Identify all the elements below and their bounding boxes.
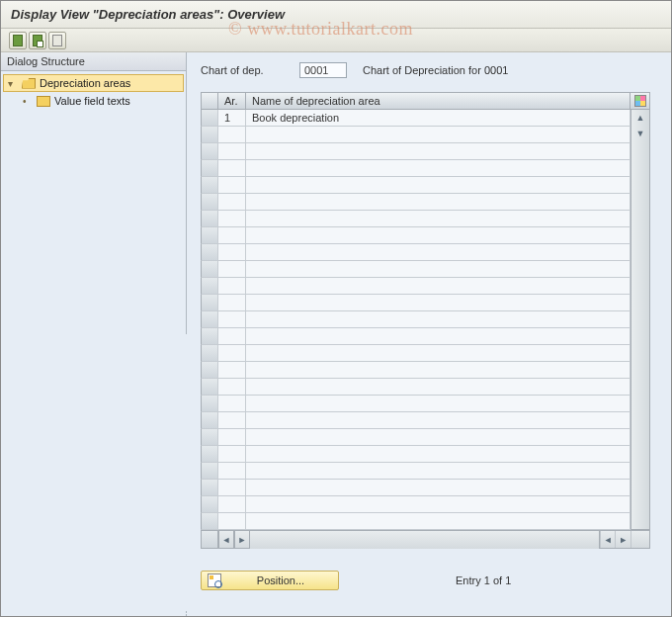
cell-name	[246, 261, 630, 278]
row-selector[interactable]	[201, 362, 218, 379]
row-selector[interactable]	[201, 396, 218, 412]
cell-name	[246, 480, 630, 496]
hsb-left-icon[interactable]: ◄	[218, 531, 234, 549]
row-selector[interactable]	[201, 328, 218, 345]
table-row[interactable]	[201, 194, 650, 211]
table-row[interactable]	[201, 412, 650, 429]
content-area: Chart of dep. Chart of Depreciation for …	[187, 52, 671, 616]
tree-item-depreciation-areas[interactable]: ▾ Depreciation areas	[3, 74, 184, 92]
h-scrollbar[interactable]: ◄ ►	[218, 531, 599, 549]
row-selector[interactable]	[201, 496, 218, 513]
cell-name	[246, 429, 630, 446]
cell-ar	[218, 328, 246, 345]
row-selector[interactable]	[201, 110, 218, 127]
table-row[interactable]	[201, 328, 650, 345]
row-selector[interactable]	[201, 295, 218, 311]
folder-closed-icon	[37, 96, 50, 107]
row-selector[interactable]	[201, 261, 218, 278]
toolbar-btn-copy[interactable]	[48, 32, 66, 49]
row-selector[interactable]	[201, 379, 218, 396]
row-selector[interactable]	[201, 480, 218, 496]
row-selector[interactable]	[201, 463, 218, 480]
table-row[interactable]	[201, 446, 650, 463]
table-row[interactable]	[201, 480, 650, 496]
row-selector[interactable]	[201, 345, 218, 362]
position-icon	[208, 573, 221, 587]
table-row[interactable]	[201, 379, 650, 396]
row-selector[interactable]	[201, 227, 218, 244]
col-selector[interactable]	[201, 92, 218, 110]
table-row[interactable]	[201, 244, 650, 261]
cell-name	[246, 463, 630, 480]
hsb-left2-icon[interactable]: ◄	[600, 531, 615, 548]
cell-name	[246, 362, 630, 379]
table-row[interactable]	[201, 211, 650, 227]
vsb-down-icon[interactable]: ▼	[631, 126, 649, 141]
cell-ar	[218, 143, 246, 160]
table-row[interactable]	[201, 177, 650, 194]
h-scrollbar-row: ◄ ► ◄ ►	[201, 531, 650, 549]
row-selector[interactable]	[201, 513, 218, 530]
row-selector[interactable]	[201, 143, 218, 160]
v-scrollbar[interactable]: ▲▼	[630, 110, 650, 530]
row-selector[interactable]	[201, 194, 218, 211]
hsb-right-icon[interactable]: ►	[234, 531, 250, 549]
table-row[interactable]	[201, 463, 650, 480]
table-row[interactable]	[201, 160, 650, 177]
position-button[interactable]: Position...	[201, 571, 339, 590]
table-row[interactable]	[201, 311, 650, 328]
row-selector[interactable]	[201, 446, 218, 463]
dialog-structure-panel: Dialog Structure ▾ Depreciation areas • …	[1, 52, 187, 616]
row-selector[interactable]	[201, 244, 218, 261]
cell-name: Book depreciation	[246, 110, 630, 127]
table-row[interactable]	[201, 396, 650, 412]
table-row[interactable]	[201, 345, 650, 362]
table-select-icon	[33, 35, 42, 46]
toolbar	[1, 29, 671, 52]
cell-ar	[218, 211, 246, 227]
col-name[interactable]: Name of depreciation area	[246, 92, 630, 110]
table-row[interactable]	[201, 278, 650, 295]
window-title: Display View "Depreciation areas": Overv…	[1, 1, 671, 29]
row-selector[interactable]	[201, 177, 218, 194]
table-row[interactable]	[201, 513, 650, 530]
cell-ar	[218, 362, 246, 379]
chart-of-dep-input[interactable]	[299, 62, 347, 78]
row-selector[interactable]	[201, 127, 218, 143]
table-row[interactable]	[201, 496, 650, 513]
row-selector[interactable]	[201, 211, 218, 227]
table-row[interactable]	[201, 362, 650, 379]
toolbar-btn-expand[interactable]	[9, 32, 27, 49]
cell-ar	[218, 194, 246, 211]
cell-ar	[218, 496, 246, 513]
row-selector[interactable]	[201, 429, 218, 446]
table-row[interactable]	[201, 295, 650, 311]
cell-name	[246, 328, 630, 345]
cell-name	[246, 143, 630, 160]
row-selector[interactable]	[201, 311, 218, 328]
cell-ar	[218, 446, 246, 463]
table-row[interactable]	[201, 429, 650, 446]
vsb-up-icon[interactable]: ▲	[631, 110, 649, 126]
table-row[interactable]	[201, 261, 650, 278]
cell-ar	[218, 480, 246, 496]
cell-ar	[218, 513, 246, 530]
table-row[interactable]	[201, 127, 650, 143]
cell-name	[246, 127, 630, 143]
table-row[interactable]	[201, 227, 650, 244]
row-selector[interactable]	[201, 412, 218, 429]
row-selector[interactable]	[201, 160, 218, 177]
row-selector[interactable]	[201, 278, 218, 295]
tree-label: Depreciation areas	[40, 77, 130, 89]
hsb-right2-icon[interactable]: ►	[615, 531, 630, 548]
tree-toggle-icon[interactable]: ▾	[8, 78, 18, 89]
cell-name	[246, 227, 630, 244]
toolbar-btn-collapse[interactable]	[29, 32, 46, 49]
col-configure[interactable]	[630, 92, 650, 110]
cell-ar	[218, 244, 246, 261]
table-row[interactable]	[201, 143, 650, 160]
table-row[interactable]: 1Book depreciation	[201, 110, 650, 127]
cell-ar	[218, 345, 246, 362]
tree-item-value-field-texts[interactable]: • Value field texts	[3, 92, 184, 110]
col-ar[interactable]: Ar.	[218, 92, 246, 110]
